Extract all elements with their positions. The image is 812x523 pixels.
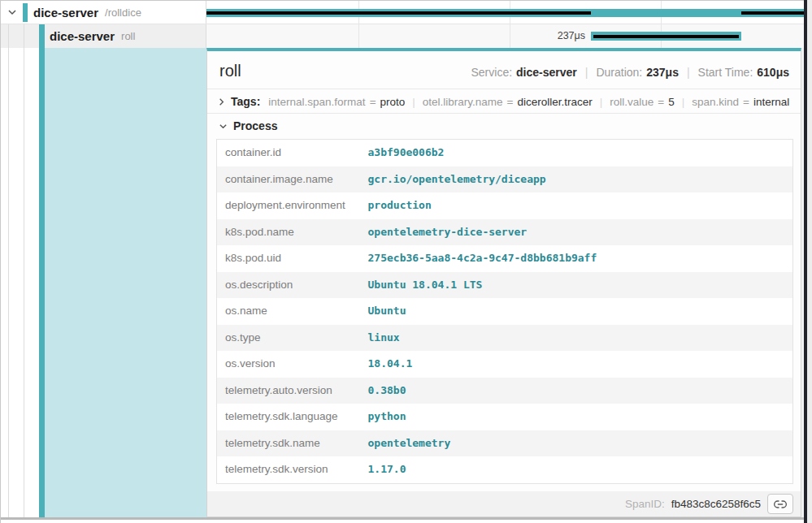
span-accent-bar: [39, 48, 45, 517]
table-row: telemetry.sdk.version1.17.0: [217, 456, 793, 483]
span-service-name[interactable]: dice-server: [50, 29, 115, 43]
span-service-name[interactable]: dice-server: [33, 6, 98, 19]
kv-value: opentelemetry: [362, 430, 793, 457]
process-section-label[interactable]: Process: [233, 119, 277, 132]
span-color-bar: [23, 3, 28, 22]
tag-separator: |: [682, 96, 685, 108]
tags-section-label[interactable]: Tags:: [231, 95, 260, 108]
table-row: telemetry.sdk.languagepython: [217, 404, 793, 430]
process-section-toggle[interactable]: Process: [207, 114, 801, 137]
span-self-time-segment: [593, 35, 739, 38]
span-name-cell-rolldice[interactable]: dice-server /rolldice: [1, 1, 206, 24]
span-self-time-segment: [206, 11, 591, 15]
kv-value: opentelemetry-dice-server: [362, 219, 793, 246]
kv-key: os.type: [217, 325, 362, 352]
tag-key: otel.library.name: [423, 96, 503, 108]
window-frame-right-margin: [807, 0, 812, 523]
indent-guide: [24, 24, 24, 48]
span-id-footer: SpanID: fb483c8c6258f6c5: [207, 491, 801, 517]
span-detail-left-gutter: [1, 48, 206, 517]
table-row: os.nameUbuntu: [217, 298, 793, 325]
meta-service-label: Service:: [471, 66, 512, 79]
meta-starttime-label: Start Time:: [698, 66, 753, 79]
tag-separator: |: [412, 96, 415, 108]
kv-value: 0.38b0: [362, 378, 793, 404]
tag-key: span.kind: [692, 96, 739, 108]
timeline-gridline: [358, 24, 359, 48]
span-row-rolldice[interactable]: dice-server /rolldice: [1, 1, 804, 24]
kv-key: k8s.pod.name: [217, 219, 362, 246]
span-name-cell-roll[interactable]: dice-server roll: [1, 24, 206, 48]
link-icon: [774, 499, 787, 510]
table-row: telemetry.auto.version0.38b0: [217, 378, 793, 404]
kv-key: os.name: [217, 298, 362, 325]
kv-key: container.id: [217, 140, 362, 166]
kv-value: python: [362, 404, 793, 430]
span-id-value: fb483c8c6258f6c5: [671, 498, 761, 510]
kv-key: telemetry.auto.version: [217, 378, 362, 404]
indent-guide: [24, 48, 24, 517]
table-row: os.descriptionUbuntu 18.04.1 LTS: [217, 272, 793, 299]
kv-key: os.version: [217, 351, 362, 378]
meta-duration-value: 237μs: [646, 66, 679, 79]
table-row: os.version18.04.1: [217, 351, 793, 378]
meta-starttime-value: 610μs: [757, 66, 789, 79]
kv-key: deployment.environment: [217, 192, 362, 219]
copy-link-button[interactable]: [767, 494, 793, 514]
span-detail-card: roll Service: dice-server | Duration: 23…: [206, 48, 801, 517]
table-row: k8s.pod.uid275ecb36-5aa8-4c2a-9c47-d8bb6…: [217, 245, 793, 272]
tag-value: internal: [753, 96, 789, 108]
kv-key: telemetry.sdk.name: [217, 430, 362, 457]
span-tint-block: [45, 48, 206, 517]
kv-key: container.image.name: [217, 166, 362, 193]
tag-equals: =: [370, 96, 376, 108]
table-row: k8s.pod.nameopentelemetry-dice-server: [217, 219, 793, 246]
meta-separator: |: [687, 66, 690, 79]
tag-key: roll.value: [610, 96, 654, 108]
span-operation-name[interactable]: /rolldice: [105, 6, 141, 19]
chevron-down-icon[interactable]: [7, 6, 18, 18]
kv-value: 1.17.0: [362, 456, 793, 483]
tags-section-toggle[interactable]: Tags: internal.span.format=proto | otel.…: [207, 89, 801, 113]
tag-separator: |: [600, 96, 603, 108]
table-row: container.ida3bf90e006b2: [217, 140, 793, 166]
process-kv-table: container.ida3bf90e006b2 container.image…: [216, 139, 793, 484]
span-meta: Service: dice-server | Duration: 237μs |…: [471, 66, 789, 79]
span-self-time-segment: [741, 11, 804, 15]
span-timeline-roll[interactable]: 237μs: [206, 24, 804, 48]
window-frame-bottom: [1, 517, 804, 520]
chevron-down-icon[interactable]: [217, 120, 228, 132]
kv-value: Ubuntu 18.04.1 LTS: [362, 272, 793, 299]
table-row: deployment.environmentproduction: [217, 192, 793, 219]
chevron-right-icon[interactable]: [217, 96, 226, 107]
trace-detail-window: dice-server /rolldice dice-server roll: [0, 0, 812, 523]
window-frame-left: [0, 0, 1, 523]
span-row-roll[interactable]: dice-server roll 237μs: [1, 24, 804, 48]
span-detail-row: roll Service: dice-server | Duration: 23…: [1, 48, 804, 517]
table-row: container.image.namegcr.io/opentelemetry…: [217, 166, 793, 193]
kv-value: 275ecb36-5aa8-4c2a-9c47-d8bb681b9aff: [362, 245, 793, 272]
indent-guide: [8, 24, 9, 48]
tags-summary: internal.span.format=proto | otel.librar…: [268, 96, 789, 108]
kv-value: production: [362, 192, 793, 219]
meta-service-value: dice-server: [516, 66, 577, 79]
span-duration-bar-rolldice[interactable]: [206, 9, 804, 17]
table-row: os.typelinux: [217, 325, 793, 352]
kv-key: telemetry.sdk.version: [217, 456, 362, 483]
kv-key: k8s.pod.uid: [217, 245, 362, 272]
tag-equals: =: [743, 96, 749, 108]
tag-key: internal.span.format: [268, 96, 365, 108]
kv-value: a3bf90e006b2: [362, 140, 793, 166]
tag-item: otel.library.name=diceroller.tracer: [423, 96, 593, 108]
window-frame-top: [0, 0, 812, 1]
span-operation-name[interactable]: roll: [121, 30, 135, 42]
table-row: telemetry.sdk.nameopentelemetry: [217, 430, 793, 457]
tag-value: 5: [668, 96, 675, 108]
span-id-label: SpanID:: [625, 498, 665, 510]
span-detail-header: roll Service: dice-server | Duration: 23…: [207, 51, 801, 89]
span-color-bar: [39, 24, 45, 48]
span-duration-bar-roll[interactable]: [591, 32, 741, 41]
span-timeline-rolldice[interactable]: [206, 1, 804, 24]
tag-value: proto: [380, 96, 406, 108]
meta-separator: |: [585, 66, 588, 79]
